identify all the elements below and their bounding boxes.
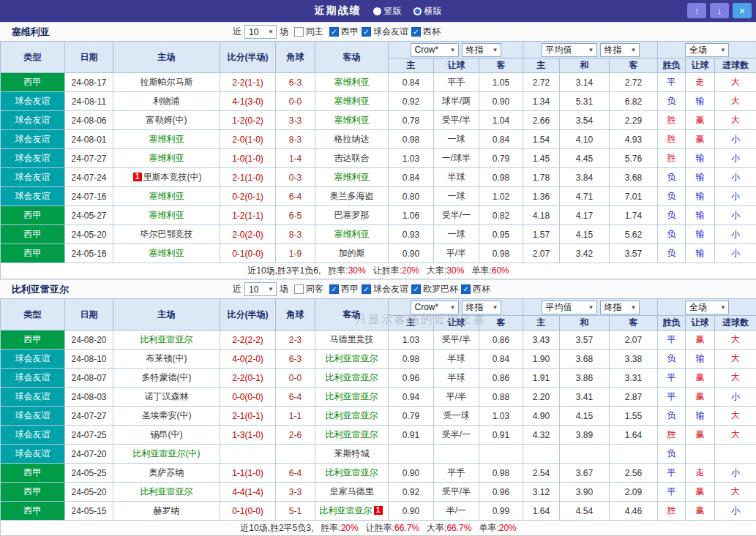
stat-value: 66.7%	[394, 523, 419, 533]
team-name-text: 巴塞罗那	[334, 210, 370, 220]
fulltime-value: 全场	[689, 301, 707, 314]
league-label: 西甲	[341, 283, 359, 295]
date-cell: 24-08-11	[65, 92, 113, 111]
odds-avg-cell: 3.84	[560, 168, 610, 187]
odds-avg-cell: 2.07	[523, 244, 560, 263]
close-button[interactable]: ×	[733, 3, 752, 18]
odds-avg-cell: 2.72	[610, 73, 658, 92]
result-cell: 胜	[658, 111, 686, 130]
match-count-select[interactable]: 10▼	[244, 25, 277, 39]
league-checkbox[interactable]: ✓西杯	[411, 26, 441, 38]
corner-cell: 2-3	[276, 331, 315, 350]
rank-badge: 1	[133, 173, 142, 181]
score-cell: 1-2(1-1)	[220, 206, 276, 225]
final-index-value: 终指	[466, 301, 484, 314]
odds-cell: 0.98	[389, 130, 434, 149]
section-header-bar: 塞维利亚 近 10▼ 场 同主 ✓西甲✓球会友谊✓西杯	[0, 22, 756, 41]
odds-avg-cell: 4.17	[560, 206, 610, 225]
team-name-text: 比利亚雷亚尔	[326, 467, 378, 478]
final-index-select[interactable]: 终指▼	[600, 43, 640, 57]
team-name-text: 塞维利亚	[334, 229, 370, 239]
odds-cell: 半球	[434, 369, 479, 388]
radio-icon	[373, 7, 381, 15]
score-cell: 1-0(1-0)	[220, 149, 276, 168]
score-cell: 2-2(0-1)	[220, 369, 276, 388]
home-team-cell: 塞维利亚	[113, 206, 220, 225]
final-index-select[interactable]: 终指▼	[462, 301, 501, 314]
bookmaker-select[interactable]: Crow*▼	[411, 301, 459, 314]
fulltime-select[interactable]: 全场▼	[685, 43, 729, 57]
final-index-select[interactable]: 终指▼	[462, 43, 501, 57]
odds-avg-cell: 4.15	[560, 225, 610, 244]
odds-cell: 0.93	[389, 225, 434, 244]
result-cell: 胜	[658, 426, 686, 445]
league-checkbox[interactable]: ✓西甲	[329, 26, 359, 38]
final-index-value: 终指	[605, 44, 622, 56]
league-checkboxes: ✓西甲✓球会友谊✓西杯	[326, 26, 441, 38]
date-cell: 24-08-01	[65, 130, 113, 149]
move-down-button[interactable]: ↓	[710, 3, 729, 18]
table-row: 西甲24-05-27塞维利亚1-2(1-1)6-5巴塞罗那1.06受半/一0.8…	[1, 206, 756, 225]
sub-header-handicap-result: 让球	[686, 58, 715, 73]
league-label: 球会友谊	[373, 26, 408, 38]
league-checkbox[interactable]: ✓西甲	[329, 283, 359, 295]
result-cell: 小	[715, 149, 756, 168]
away-team-cell: 巴塞罗那	[315, 206, 389, 225]
home-team-cell: 拉斯帕尔马斯	[113, 73, 220, 92]
odds-cell: 0.79	[479, 149, 523, 168]
layout-radio-vertical[interactable]: 竖版	[373, 5, 402, 18]
league-checkbox[interactable]: ✓欧罗巴杯	[411, 283, 458, 295]
layout-radio-horizontal[interactable]: 横版	[413, 5, 442, 18]
odds-cell: 平/半	[434, 388, 479, 407]
league-checkbox[interactable]: ✓西杯	[461, 283, 490, 295]
score-cell: 2-2(1-1)	[220, 73, 276, 92]
odds-cell: 0.86	[479, 331, 523, 350]
date-cell: 24-07-27	[65, 407, 113, 426]
window-buttons: ↑ ↓ ×	[687, 3, 752, 18]
team-name: 塞维利亚	[12, 26, 50, 39]
odds-group-fulltime: 全场▼	[658, 42, 756, 58]
away-team-cell: 奥兰多海盗	[315, 187, 389, 206]
same-venue-checkbox[interactable]: 同客	[294, 283, 323, 295]
fulltime-select[interactable]: 全场▼	[685, 301, 729, 314]
table-row: 西甲24-05-20毕尔巴鄂竞技2-0(2-0)8-3塞维利亚0.93一球0.9…	[1, 225, 756, 244]
odds-cell: 0.91	[479, 426, 523, 445]
average-select[interactable]: 平均值▼	[542, 301, 597, 314]
result-cell: 胜	[658, 502, 686, 521]
result-cell: 输	[686, 187, 715, 206]
table-row: 西甲24-08-20比利亚雷亚尔2-2(2-2)2-3马德里竞技1.03受平/半…	[1, 331, 756, 350]
odds-cell: 平手	[434, 464, 479, 483]
odds-avg-cell: 3.12	[523, 483, 560, 502]
result-cell: 负	[658, 187, 686, 206]
home-team-cell: 利物浦	[113, 92, 220, 111]
league-checkbox[interactable]: ✓球会友谊	[362, 26, 408, 38]
average-select[interactable]: 平均值▼	[542, 43, 597, 57]
move-up-button[interactable]: ↑	[687, 3, 706, 18]
odds-avg-cell: 5.76	[610, 149, 658, 168]
result-cell: 输	[686, 92, 715, 111]
same-venue-checkbox[interactable]: 同主	[294, 26, 323, 38]
result-cell: 小	[715, 225, 756, 244]
checkbox-icon: ✓	[329, 284, 339, 294]
result-cell: 小	[715, 206, 756, 225]
bookmaker-select[interactable]: Crow*▼	[411, 43, 459, 57]
odds-cell: 0.98	[479, 168, 523, 187]
score-cell	[220, 445, 276, 464]
odds-avg-cell: 1.91	[523, 369, 560, 388]
final-index-select[interactable]: 终指▼	[600, 301, 640, 314]
league-checkbox[interactable]: ✓球会友谊	[362, 283, 408, 295]
home-team-cell: 多特蒙德(中)	[113, 369, 220, 388]
league-label: 西甲	[341, 26, 359, 38]
away-team-cell: 格拉纳达	[315, 130, 389, 149]
result-cell: 赢	[686, 130, 715, 149]
away-team-cell: 比利亚雷亚尔	[315, 388, 389, 407]
team-name-text: 塞维利亚	[334, 77, 370, 87]
match-count-select[interactable]: 10▼	[244, 282, 277, 296]
results-table: 类型 日期 主场 比分(半场) 角球 客场 Crow*▼ 终指▼ 平均值	[0, 41, 756, 279]
odds-avg-cell: 1.78	[523, 168, 560, 187]
result-cell: 大	[715, 407, 756, 426]
result-cell: 负	[658, 244, 686, 263]
odds-avg-cell: 3.89	[560, 426, 610, 445]
summary-stat: 让胜率:20%	[373, 265, 419, 276]
result-cell: 平	[658, 483, 686, 502]
